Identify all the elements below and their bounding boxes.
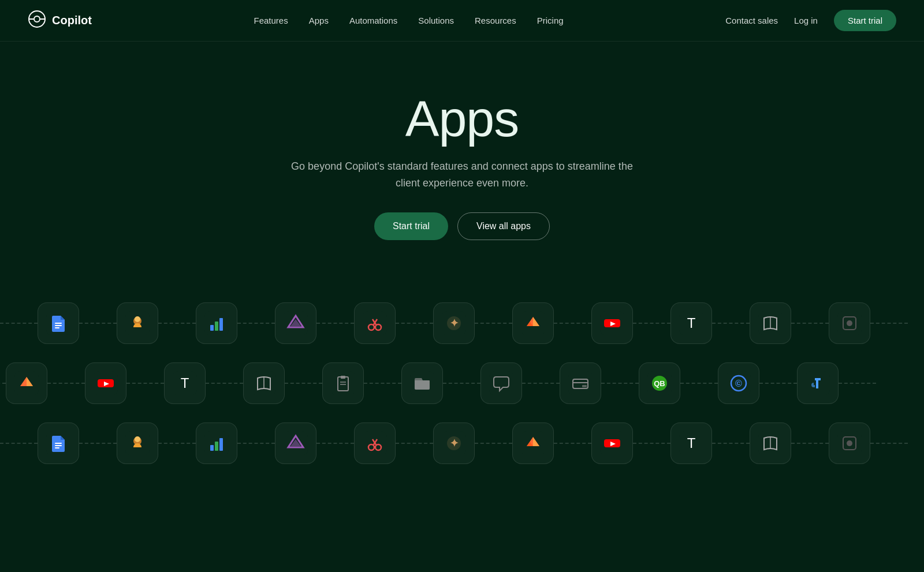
dash-line xyxy=(206,383,243,384)
dash-line xyxy=(870,443,908,444)
svg-point-69 xyxy=(135,436,140,442)
svg-point-95 xyxy=(847,440,852,446)
nav-automations[interactable]: Automations xyxy=(349,16,397,25)
dash-line xyxy=(554,443,591,444)
svg-text:✦: ✦ xyxy=(450,438,459,449)
logo-icon xyxy=(28,10,46,32)
dash-line xyxy=(285,383,322,384)
hero-view-all-apps-button[interactable]: View all apps xyxy=(457,212,550,240)
app-icon-glide-3[interactable] xyxy=(512,423,554,464)
app-row-3: ✦ T xyxy=(0,418,924,469)
app-icon-salesforce-3[interactable] xyxy=(117,423,158,464)
svg-text:✦: ✦ xyxy=(450,317,459,329)
app-icon-google-docs-3[interactable] xyxy=(38,423,79,464)
svg-rect-6 xyxy=(55,325,62,326)
app-icon-wallet[interactable] xyxy=(560,362,601,404)
svg-rect-5 xyxy=(55,323,62,324)
svg-rect-12 xyxy=(210,325,214,331)
app-icon-typeform-3[interactable]: T xyxy=(670,423,712,464)
svg-rect-45 xyxy=(331,371,355,395)
app-icon-generic-3[interactable] xyxy=(829,423,870,464)
nav-pricing[interactable]: Pricing xyxy=(537,16,564,25)
svg-rect-64 xyxy=(55,443,62,444)
app-row-2: T xyxy=(0,358,924,409)
dash-line xyxy=(316,323,354,324)
app-icon-folder[interactable] xyxy=(401,362,443,404)
dash-line xyxy=(443,383,480,384)
hero-title: Apps xyxy=(12,94,912,144)
app-icon-message[interactable] xyxy=(480,362,522,404)
dash-line xyxy=(0,383,6,384)
dash-line xyxy=(601,383,639,384)
app-icon-book-3[interactable] xyxy=(750,423,791,464)
hero-subtitle: Go beyond Copilot's standard features an… xyxy=(283,158,641,192)
svg-text:T: T xyxy=(687,315,696,331)
dash-line xyxy=(475,323,512,324)
app-icon-youtube[interactable] xyxy=(591,302,633,344)
svg-rect-51 xyxy=(489,371,513,395)
dash-line xyxy=(396,443,433,444)
app-icon-book[interactable] xyxy=(750,302,791,344)
dash-line xyxy=(712,443,750,444)
svg-rect-7 xyxy=(55,327,59,328)
app-icon-analytics[interactable] xyxy=(196,302,237,344)
app-icon-google-docs[interactable] xyxy=(38,302,79,344)
app-icon-copper-3[interactable] xyxy=(354,423,396,464)
app-icon-claude-3[interactable]: ✦ xyxy=(433,423,475,464)
dash-line xyxy=(522,383,560,384)
dash-line xyxy=(0,443,38,444)
dash-line xyxy=(759,383,797,384)
app-row-3-inner: ✦ T xyxy=(0,423,908,464)
dash-line xyxy=(79,323,117,324)
navbar: Copilot Features Apps Automations Soluti… xyxy=(0,0,924,42)
app-icon-copper[interactable] xyxy=(354,302,396,344)
dash-line xyxy=(475,443,512,444)
login-link[interactable]: Log in xyxy=(794,16,818,25)
hero-start-trial-button[interactable]: Start trial xyxy=(374,212,448,240)
nav-resources[interactable]: Resources xyxy=(475,16,516,25)
dash-line xyxy=(554,323,591,324)
app-icon-youtube-2[interactable] xyxy=(85,362,126,404)
dash-line xyxy=(791,443,829,444)
apps-section: ✦ T xyxy=(0,275,924,501)
nav-start-trial-button[interactable]: Start trial xyxy=(834,10,896,31)
contact-sales-link[interactable]: Contact sales xyxy=(725,16,778,25)
app-icon-glide[interactable] xyxy=(512,302,554,344)
app-row-1: ✦ T xyxy=(0,298,924,349)
hero-section: Apps Go beyond Copilot's standard featur… xyxy=(0,42,924,275)
app-icon-shortcut[interactable] xyxy=(275,302,316,344)
app-icon-claude[interactable]: ✦ xyxy=(433,302,475,344)
nav-links: Features Apps Automations Solutions Reso… xyxy=(254,16,564,26)
app-icon-typeform-2[interactable]: T xyxy=(164,362,206,404)
nav-solutions[interactable]: Solutions xyxy=(418,16,454,25)
app-icon-salesforce[interactable] xyxy=(117,302,158,344)
app-icon-typeform[interactable]: T xyxy=(670,302,712,344)
app-icon-clipboard[interactable] xyxy=(322,362,364,404)
dash-line xyxy=(316,443,354,444)
app-icon-book-2[interactable] xyxy=(243,362,285,404)
app-icon-youtube-3[interactable] xyxy=(591,423,633,464)
nav-apps[interactable]: Apps xyxy=(309,16,329,25)
svg-text:©: © xyxy=(735,379,742,388)
dash-line xyxy=(680,383,718,384)
logo[interactable]: Copilot xyxy=(28,10,92,32)
app-icon-glide-2[interactable] xyxy=(6,362,47,404)
dash-line xyxy=(839,383,876,384)
nav-features[interactable]: Features xyxy=(254,16,288,25)
dash-line xyxy=(712,323,750,324)
app-icon-quickbooks[interactable]: QB xyxy=(639,362,680,404)
svg-rect-47 xyxy=(341,376,345,379)
app-icon-analytics-3[interactable] xyxy=(196,423,237,464)
svg-point-36 xyxy=(847,320,852,326)
svg-rect-71 xyxy=(210,445,214,451)
nav-right: Contact sales Log in Start trial xyxy=(725,10,896,31)
dash-line xyxy=(633,323,670,324)
svg-rect-73 xyxy=(219,438,223,451)
app-icon-calendly[interactable]: © xyxy=(718,362,759,404)
app-icon-shortcut-3[interactable] xyxy=(275,423,316,464)
svg-text:QB: QB xyxy=(654,379,665,388)
svg-rect-66 xyxy=(55,447,59,448)
app-icon-generic-1[interactable] xyxy=(829,302,870,344)
app-row-2-inner: T xyxy=(0,362,876,404)
app-icon-retool[interactable] xyxy=(797,362,839,404)
